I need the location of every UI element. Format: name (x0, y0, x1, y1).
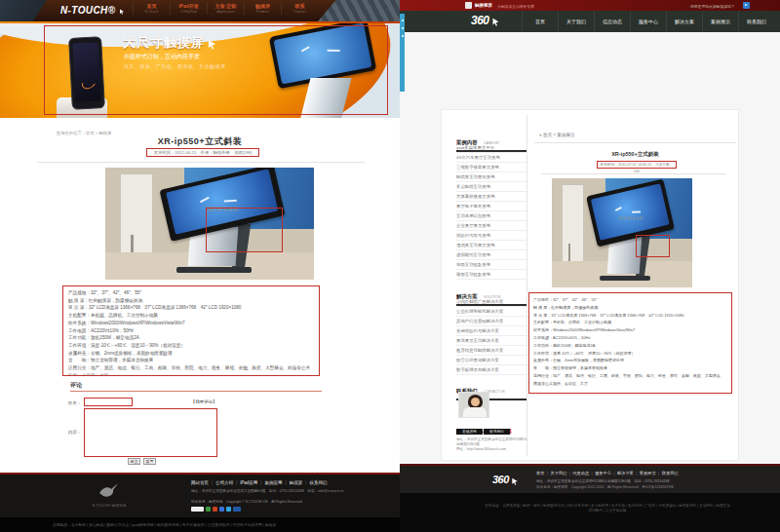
footer-link[interactable]: 联系我们 (662, 471, 679, 475)
nav-item-label-zh: 联系 (282, 3, 318, 10)
icp-badge[interactable] (191, 507, 204, 512)
footer-link[interactable]: 服务中心 (595, 471, 617, 475)
sidebar-item[interactable]: 虚拟翻书互动系统 (456, 250, 526, 260)
right-nav-item[interactable]: 信息动态 (594, 11, 630, 32)
sidebar-item[interactable]: 展览展示互动解决方案 (456, 336, 526, 346)
spec-line: 工作环境：温度-10℃～+60℃ 湿度10～90%（相对湿度） (68, 342, 314, 350)
post-comment-link[interactable]: 【我要评论】 (191, 399, 216, 404)
sidebar-item[interactable]: 地面互动投影系统 (456, 260, 526, 270)
contact-website[interactable]: 网址：http://www.360touch.com (456, 447, 530, 451)
hero-banner[interactable]: 大尺寸触摸屏 外观样式订制，互动内容开发 汽车、媒体、广告机、查询机、互动触摸屏 (0, 23, 400, 118)
decor-shape (224, 200, 237, 202)
left-nav-item[interactable]: iPad开发 iOS&iPad (170, 2, 207, 15)
right-nav-item[interactable]: 首页 (522, 11, 558, 32)
social-icon[interactable] (219, 507, 224, 512)
photo-person-shirt (463, 407, 487, 418)
footer-badges (191, 507, 241, 512)
left-nav-item[interactable]: 触摸屏 Product (244, 2, 281, 15)
friend-links[interactable]: 友情链接：名片制作 | 多点触摸 | 数码公司大全 | ipad营销系统 | 触… (53, 522, 276, 527)
right-nav-item[interactable]: 案例展示 (702, 11, 738, 32)
right-nav-item[interactable]: 服务中心 (630, 11, 666, 32)
nav-item-label-en: Application (208, 10, 244, 15)
breadcrumb[interactable]: » 首页 > 案例展示 (539, 133, 575, 137)
spec-line: 软件系统：Windows2000/WindowsXP/WindowsVista/… (68, 320, 314, 327)
social-icon[interactable] (206, 507, 211, 512)
footer-link[interactable]: iPad应用 (240, 480, 264, 485)
spec-line: 工作电源：AC220V±10%，50Hz (68, 327, 314, 335)
ntouch-logo[interactable]: N-TOUCH® (60, 5, 125, 16)
nav-item-label-en: Product (245, 10, 281, 15)
sidebar-item[interactable]: 三维数字楼盘展示系统 (456, 163, 526, 172)
sidebar-item[interactable]: 4S店汽车展厅互动系统 (456, 153, 526, 163)
comment-textarea[interactable] (84, 408, 217, 457)
sidebar-item[interactable]: 多点触摸互动系统 (456, 182, 526, 192)
spec-line: 主机配置：单机版、品牌机、工业控制小电脑 (68, 312, 314, 320)
sidebar-item[interactable]: 互动体感识别系统 (456, 211, 526, 221)
spec-line: 金属外壳：全钢、2mm优质钢板，表面静电喷塑处理 (68, 350, 314, 358)
right-nav-item[interactable]: 联系我们 (738, 11, 774, 32)
footer-address: 地址：深圳市宝安区西乡街道固戍工业园A栋3楼 电话：0755-33154188 … (191, 489, 378, 494)
sidebar-item[interactable]: 数字标牌发布解决方案 (456, 365, 526, 375)
friend-links-line[interactable]: 虚拟翻书 | 工业平板电脑 (478, 509, 737, 513)
social-icon[interactable] (213, 507, 217, 512)
sidebar-item[interactable]: 教育信息化触摸解决方案 (456, 346, 526, 356)
left-site-page: N-TOUCH® 首页 N-Touch iPad开发 iOS&iPad (0, 0, 400, 532)
sidebar-item[interactable]: 排队叫号取号系统 (456, 231, 526, 241)
topbar-logo-icon (465, 2, 472, 9)
left-nav-item[interactable]: 联系 Contact (281, 2, 318, 15)
logo-360[interactable]: 360 (471, 14, 500, 27)
sidebar-item[interactable]: 公交站牌智能化解决方案 (456, 307, 526, 317)
spec-line: 适用行业：地产、酒店、电信、银行、工商、邮政、学校、医院、电力、税务、展馆、金融… (533, 372, 727, 388)
nav-item-label-en: N-Touch (134, 10, 170, 15)
social-icon[interactable] (233, 507, 241, 512)
left-nav-item[interactable]: 方案·定制 Application (207, 2, 244, 15)
bird-logo-icon (96, 477, 121, 505)
topbar-logo-text[interactable]: 触摸视界 (475, 3, 492, 8)
friend-links[interactable]: 友情链接：大屏幕拼接 | 触摸一体机 | 触摸查询软件 | 排队叫号系统 | 多… (478, 504, 737, 514)
footer-link[interactable]: 信息动态 (572, 471, 595, 475)
footer-link[interactable]: 案例展示 (640, 471, 662, 475)
footer-link[interactable]: 触摸屏 (290, 480, 310, 485)
sidebar-item[interactable]: 金融排队叫号解决方案 (456, 326, 526, 336)
footer-link[interactable]: 关于我们 (550, 471, 572, 475)
right-nav-item[interactable]: 关于我们 (558, 11, 594, 32)
spec-line: 金属外壳：全钢、2mm优质钢板，表面静电喷塑处理 (533, 357, 727, 364)
sidebar-item[interactable]: 房地产行业营销解决方案 (456, 317, 526, 326)
photo-whiteboard (562, 184, 584, 263)
sidebar-item[interactable]: 展厅电子签名系统 (456, 202, 526, 211)
sidebar-item[interactable]: ipad多媒体展示平台 (456, 143, 526, 153)
sidebar-item[interactable]: 企业展厅展示系统 (456, 221, 526, 231)
footer-link[interactable]: 公司介绍 (215, 480, 240, 485)
sidebar-item[interactable]: 医疗自助查询解决方案 (456, 356, 526, 365)
sidebar-item[interactable]: 透明屏互动展示系统 (456, 241, 526, 250)
floating-service-bar[interactable] (400, 14, 405, 92)
footer-link[interactable]: 案例应用 (265, 480, 290, 485)
sidebar-solution-list: 小间距触摸广告解决方案公交站牌智能化解决方案房地产行业营销解决方案金融排队叫号解… (456, 297, 526, 375)
right-topbar: 触摸视界 大触摸屏互动研发专家 你还在寻找大屏触摸屏吗？ (400, 0, 780, 11)
spec-line: 工作功耗：整机150W，额定电流2A (68, 334, 314, 342)
right-nav-item[interactable]: 解决方案 (666, 11, 702, 32)
submit-button[interactable]: 提交 (128, 458, 140, 465)
footer-logo-360[interactable]: 360 (492, 474, 519, 485)
nav-item-label-en: Contact (282, 10, 318, 15)
sidebar-item[interactable]: 大屏幕拼接显示系统 (456, 192, 526, 202)
spec-line: 主机配置：单机版、品牌机、工业控制小电脑 (533, 319, 727, 326)
footer-link[interactable]: 首页 (536, 471, 550, 475)
sidebar-item[interactable]: 触摸屏互动查询系统 (456, 172, 526, 182)
contact-chip-button[interactable]: 在线咨询 (456, 429, 483, 435)
left-main-nav: 首页 N-Touch iPad开发 iOS&iPad 方案·定制 Applica… (133, 2, 318, 15)
kiosk-display (591, 184, 669, 241)
page-title: XR-ip550+立式斜装 (0, 135, 400, 148)
sidebar-item[interactable]: 墙面互动投影系统 (456, 270, 526, 280)
footer-link[interactable]: 解决方案 (617, 471, 640, 475)
contact-chip-button[interactable]: 联系我们 (484, 429, 510, 435)
sidebar-item[interactable]: 小间距触摸广告解决方案 (456, 297, 526, 307)
footer-link[interactable]: 联系我们 (309, 480, 327, 485)
reset-button[interactable]: 重置 (143, 458, 156, 465)
left-nav-item[interactable]: 首页 N-Touch (133, 2, 170, 15)
name-field[interactable] (84, 398, 133, 406)
search-button[interactable] (743, 2, 750, 9)
footer-link[interactable]: 网站首页 (191, 480, 215, 485)
social-icon[interactable] (226, 507, 231, 512)
spec-line: 产品规格：32″、37″、42″、46″、55″ (68, 289, 314, 297)
